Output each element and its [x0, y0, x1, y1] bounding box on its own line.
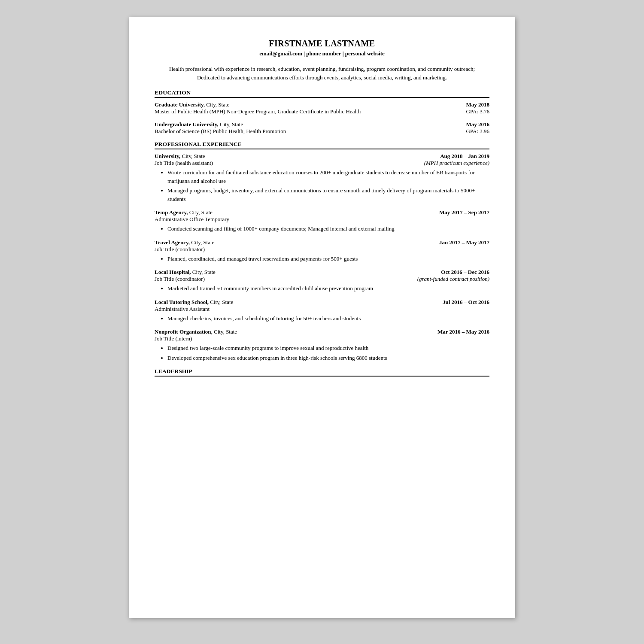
exp-org-rest-3: City, State [190, 239, 214, 246]
exp-bullets-6: Designed two large-scale community progr… [167, 344, 489, 362]
leadership-title: LEADERSHIP [155, 368, 489, 377]
exp-title-4: Job Title (coordinator) [155, 276, 205, 283]
exp-title-3: Job Title (coordinator) [155, 246, 489, 253]
exp-bullet-5-1: Managed check-ins, invoices, and schedul… [167, 314, 489, 323]
leadership-section: LEADERSHIP [155, 368, 489, 377]
exp-note-4: (grant-funded contract position) [417, 276, 489, 283]
exp-org-bold-3: Travel Agency, [155, 239, 190, 246]
exp-bullet-6-2: Developed comprehensive sex education pr… [167, 354, 489, 362]
exp-org-1: University, City, State [155, 153, 205, 160]
edu-org-1: Graduate University, City, State [155, 101, 229, 108]
exp-bullet-4-1: Marketed and trained 50 community member… [167, 284, 489, 293]
exp-date-6: Mar 2016 – May 2016 [437, 328, 489, 335]
edu-org-bold-2: Undergraduate University, [155, 121, 219, 128]
exp-org-bold-1: University, [155, 153, 180, 159]
edu-org-bold-1: Graduate University, [155, 101, 205, 108]
exp-org-6: Nonprofit Organization, City, State [155, 328, 237, 335]
education-section: EDUCATION Graduate University, City, Sta… [155, 89, 489, 135]
exp-entry-1: University, City, State Aug 2018 – Jan 2… [155, 153, 489, 203]
resume-page: FIRSTNAME LASTNAME email@gmail.com | pho… [129, 17, 515, 618]
edu-entry-1: Graduate University, City, State May 201… [155, 101, 489, 115]
exp-org-rest-1: City, State [180, 153, 205, 159]
summary: Health professional with experience in r… [155, 65, 489, 82]
exp-entry-5: Local Tutoring School, City, State Jul 2… [155, 299, 489, 323]
exp-date-2: May 2017 – Sep 2017 [439, 209, 489, 216]
edu-degree-2: Bachelor of Science (BS) Public Health, … [155, 128, 286, 135]
exp-date-5: Jul 2016 – Oct 2016 [443, 299, 489, 306]
exp-org-4: Local Hospital, City, State [155, 269, 216, 276]
exp-title-2: Administrative Office Temporary [155, 216, 489, 223]
exp-entry-4: Local Hospital, City, State Oct 2016 – D… [155, 269, 489, 293]
exp-bullet-1-1: Wrote curriculum for and facilitated sub… [167, 168, 489, 185]
exp-org-bold-6: Nonprofit Organization, [155, 328, 213, 335]
edu-degree-1: Master of Public Health (MPH) Non-Degree… [155, 108, 361, 115]
exp-entry-2: Temp Agency, City, State May 2017 – Sep … [155, 209, 489, 233]
exp-bullets-4: Marketed and trained 50 community member… [167, 284, 489, 293]
education-title: EDUCATION [155, 89, 489, 98]
exp-bullets-5: Managed check-ins, invoices, and schedul… [167, 314, 489, 323]
exp-date-4: Oct 2016 – Dec 2016 [441, 269, 489, 276]
exp-org-rest-5: City, State [209, 299, 233, 305]
exp-date-1: Aug 2018 – Jan 2019 [440, 153, 489, 160]
exp-org-bold-5: Local Tutoring School, [155, 299, 209, 305]
exp-org-bold-4: Local Hospital, [155, 269, 191, 275]
exp-bullet-3-1: Planned, coordinated, and managed travel… [167, 255, 489, 263]
edu-org-2: Undergraduate University, City, State [155, 121, 243, 128]
exp-title-6: Job Title (intern) [155, 335, 489, 342]
experience-title: PROFESSIONAL EXPERIENCE [155, 141, 489, 149]
exp-org-rest-6: City, State [213, 328, 237, 335]
exp-org-rest-2: City, State [188, 209, 213, 216]
exp-org-5: Local Tutoring School, City, State [155, 299, 233, 306]
exp-title-1: Job Title (health assistant) [155, 160, 213, 167]
edu-gpa-1: GPA: 3.76 [466, 108, 489, 115]
edu-date-1: May 2018 [466, 101, 489, 108]
exp-entry-3: Travel Agency, City, State Jan 2017 – Ma… [155, 239, 489, 263]
exp-bullet-1-2: Managed programs, budget, inventory, and… [167, 186, 489, 203]
exp-org-2: Temp Agency, City, State [155, 209, 213, 216]
experience-section: PROFESSIONAL EXPERIENCE University, City… [155, 141, 489, 362]
edu-gpa-2: GPA: 3.96 [466, 128, 489, 135]
exp-org-bold-2: Temp Agency, [155, 209, 188, 216]
exp-bullet-2-1: Conducted scanning and filing of 1000+ c… [167, 225, 489, 233]
exp-date-3: Jan 2017 – May 2017 [439, 239, 489, 246]
edu-org-rest-1: City, State [205, 101, 229, 108]
edu-entry-2: Undergraduate University, City, State Ma… [155, 121, 489, 135]
header-name: FIRSTNAME LASTNAME [155, 39, 489, 49]
exp-org-rest-4: City, State [191, 269, 216, 275]
header: FIRSTNAME LASTNAME email@gmail.com | pho… [155, 39, 489, 57]
header-contact: email@gmail.com | phone number | persona… [155, 50, 489, 57]
edu-org-rest-2: City, State [219, 121, 243, 128]
exp-bullets-3: Planned, coordinated, and managed travel… [167, 255, 489, 263]
exp-entry-6: Nonprofit Organization, City, State Mar … [155, 328, 489, 362]
exp-bullets-2: Conducted scanning and filing of 1000+ c… [167, 225, 489, 233]
exp-bullets-1: Wrote curriculum for and facilitated sub… [167, 168, 489, 203]
exp-org-3: Travel Agency, City, State [155, 239, 214, 246]
exp-note-1: (MPH practicum experience) [424, 160, 489, 167]
exp-title-5: Administrative Assistant [155, 306, 489, 313]
edu-date-2: May 2016 [466, 121, 489, 128]
exp-bullet-6-1: Designed two large-scale community progr… [167, 344, 489, 352]
